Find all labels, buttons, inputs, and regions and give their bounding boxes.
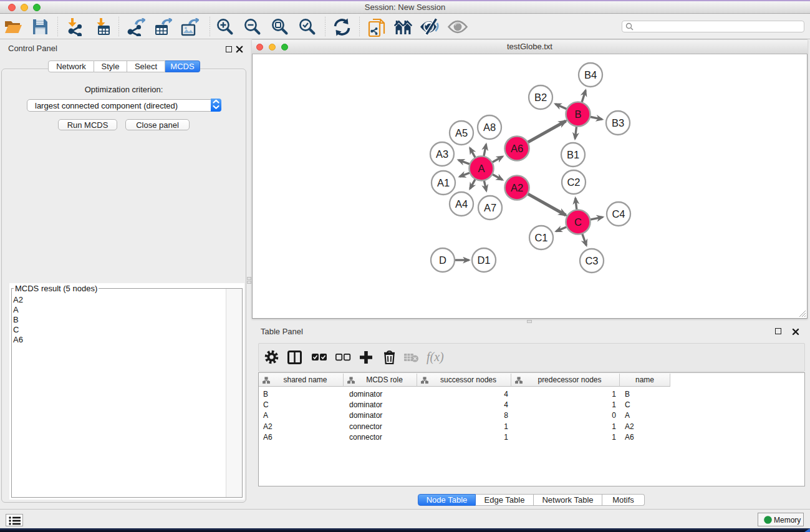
svg-text:A: A bbox=[478, 163, 485, 174]
svg-text:B3: B3 bbox=[612, 117, 624, 128]
svg-text:D: D bbox=[439, 254, 446, 266]
svg-text:C4: C4 bbox=[612, 208, 625, 220]
svg-text:B1: B1 bbox=[567, 149, 579, 160]
svg-text:A8: A8 bbox=[483, 122, 496, 133]
svg-text:A2: A2 bbox=[511, 182, 523, 193]
svg-text:C: C bbox=[574, 216, 582, 228]
svg-text:A5: A5 bbox=[455, 127, 468, 138]
svg-text:B4: B4 bbox=[584, 69, 597, 80]
svg-text:C2: C2 bbox=[567, 177, 580, 188]
svg-text:A7: A7 bbox=[484, 202, 496, 213]
svg-text:B2: B2 bbox=[534, 92, 547, 103]
svg-text:A6: A6 bbox=[511, 143, 523, 154]
svg-text:C3: C3 bbox=[585, 255, 598, 266]
svg-text:C1: C1 bbox=[534, 232, 547, 243]
svg-text:A3: A3 bbox=[436, 148, 448, 160]
svg-text:B: B bbox=[574, 109, 581, 120]
svg-text:D1: D1 bbox=[477, 254, 490, 266]
svg-text:A4: A4 bbox=[455, 198, 468, 210]
svg-text:A1: A1 bbox=[437, 177, 450, 188]
